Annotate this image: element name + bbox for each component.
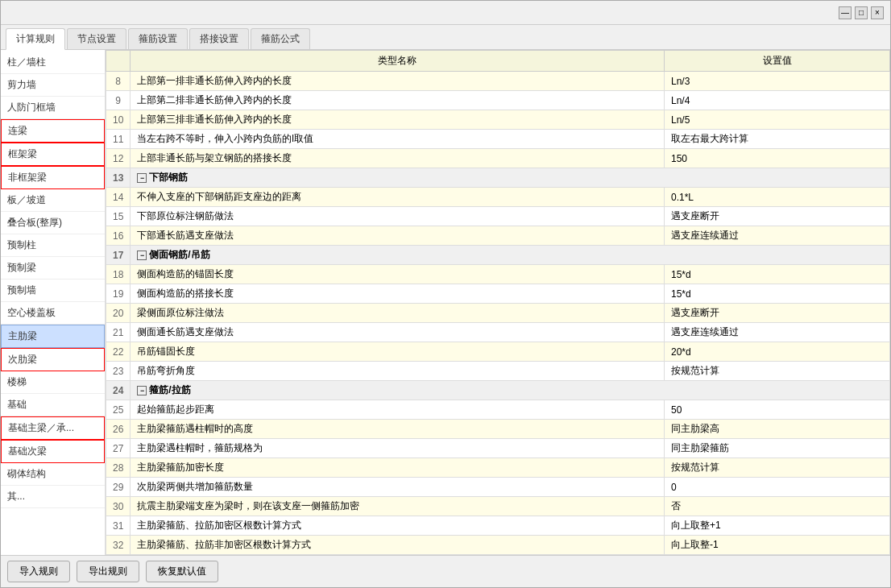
sidebar-item-剪力墙[interactable]: 剪力墙 <box>1 74 105 97</box>
row-value: 150 <box>665 149 890 168</box>
row-num: 26 <box>106 420 131 439</box>
table-row[interactable]: 28 主肋梁箍筋加密长度 按规范计算 <box>106 458 890 478</box>
title-bar: — □ × <box>1 1 890 25</box>
row-value: Ln/5 <box>665 110 890 130</box>
sidebar-item-板／坡道[interactable]: 板／坡道 <box>1 189 105 212</box>
sidebar-item-预制墙[interactable]: 预制墙 <box>1 280 105 302</box>
row-value: 向上取整-1 <box>665 536 890 555</box>
tab-节点设置[interactable]: 节点设置 <box>67 28 126 49</box>
main-table-area[interactable]: 类型名称 设置值 8 上部第一排非通长筋伸入跨内的长度 Ln/39 上部第二排非… <box>106 50 890 555</box>
row-name: 当左右跨不等时，伸入小跨内负筋的l取值 <box>131 130 665 149</box>
col-num-header <box>106 51 131 72</box>
row-num: 13 <box>106 168 131 188</box>
row-value: 向上取整+1 <box>665 516 890 536</box>
table-row[interactable]: 23 吊筋弯折角度 按规范计算 <box>106 362 890 381</box>
footer-btn-导出规则[interactable]: 导出规则 <box>77 561 139 582</box>
row-num: 22 <box>106 342 131 362</box>
row-num: 31 <box>106 516 131 536</box>
tab-搭接设置[interactable]: 搭接设置 <box>189 28 249 49</box>
row-num: 9 <box>106 91 131 110</box>
row-value: Ln/3 <box>665 72 890 91</box>
table-row[interactable]: 11 当左右跨不等时，伸入小跨内负筋的l取值 取左右最大跨计算 <box>106 130 890 149</box>
minimize-button[interactable]: — <box>839 6 852 19</box>
table-row[interactable]: 8 上部第一排非通长筋伸入跨内的长度 Ln/3 <box>106 72 890 91</box>
sidebar-item-砌体结构[interactable]: 砌体结构 <box>1 463 105 486</box>
collapse-icon[interactable]: － <box>137 251 147 260</box>
table-row[interactable]: 24 －箍筋/拉筋 <box>106 381 890 400</box>
row-value: 50 <box>665 400 890 420</box>
row-name: 下部通长筋遇支座做法 <box>131 226 665 246</box>
table-row[interactable]: 13 －下部钢筋 <box>106 168 890 188</box>
row-name: 侧面构造筋的锚固长度 <box>131 265 665 284</box>
row-value: 15*d <box>665 265 890 284</box>
row-value: 否 <box>665 497 890 516</box>
main-window: — □ × 计算规则节点设置箍筋设置搭接设置箍筋公式 柱／墙柱剪力墙人防门框墙连… <box>0 0 891 588</box>
table-row[interactable]: 18 侧面构造筋的锚固长度 15*d <box>106 265 890 284</box>
tab-bar: 计算规则节点设置箍筋设置搭接设置箍筋公式 <box>1 25 890 50</box>
table-row[interactable]: 10 上部第三排非通长筋伸入跨内的长度 Ln/5 <box>106 110 890 130</box>
row-value: 取左右最大跨计算 <box>665 130 890 149</box>
collapse-icon[interactable]: － <box>137 386 147 395</box>
sidebar-item-基础主梁／承...[interactable]: 基础主梁／承... <box>1 416 105 440</box>
col-value-header: 设置值 <box>665 51 890 72</box>
row-name: 吊筋锚固长度 <box>131 342 665 362</box>
sidebar-item-非框架梁[interactable]: 非框架梁 <box>1 166 105 189</box>
sidebar-item-空心楼盖板[interactable]: 空心楼盖板 <box>1 302 105 325</box>
footer-btn-导入规则[interactable]: 导入规则 <box>7 561 70 582</box>
row-num: 25 <box>106 400 131 420</box>
table-row[interactable]: 20 梁侧面原位标注做法 遇支座断开 <box>106 304 890 323</box>
table-row[interactable]: 30 抗震主肋梁端支座为梁时，则在该支座一侧箍筋加密 否 <box>106 497 890 516</box>
table-row[interactable]: 21 侧面通长筋遇支座做法 遇支座连续通过 <box>106 323 890 342</box>
sidebar-item-柱／墙柱[interactable]: 柱／墙柱 <box>1 52 105 74</box>
row-name: 上部第一排非通长筋伸入跨内的长度 <box>131 72 665 91</box>
sidebar-item-叠合板(整厚)[interactable]: 叠合板(整厚) <box>1 212 105 234</box>
close-button[interactable]: × <box>871 6 884 19</box>
footer-btn-恢复默认值[interactable]: 恢复默认值 <box>146 561 218 582</box>
collapse-icon[interactable]: － <box>137 173 147 183</box>
row-value: 遇支座断开 <box>665 207 890 226</box>
table-row[interactable]: 26 主肋梁箍筋遇柱帽时的高度 同主肋梁高 <box>106 420 890 439</box>
table-row[interactable]: 14 不伸入支座的下部钢筋距支座边的距离 0.1*L <box>106 188 890 207</box>
row-num: 12 <box>106 149 131 168</box>
tab-计算规则[interactable]: 计算规则 <box>6 28 65 50</box>
table-row[interactable]: 25 起始箍筋起步距离 50 <box>106 400 890 420</box>
row-num: 23 <box>106 362 131 381</box>
table-row[interactable]: 27 主肋梁遇柱帽时，箍筋规格为 同主肋梁箍筋 <box>106 439 890 458</box>
row-num: 27 <box>106 439 131 458</box>
maximize-button[interactable]: □ <box>855 6 868 19</box>
sidebar-item-主肋梁[interactable]: 主肋梁 <box>1 325 105 348</box>
row-name: 侧面通长筋遇支座做法 <box>131 323 665 342</box>
table-row[interactable]: 9 上部第二排非通长筋伸入跨内的长度 Ln/4 <box>106 91 890 110</box>
sidebar-item-框架梁[interactable]: 框架梁 <box>1 143 105 166</box>
table-row[interactable]: 17 －侧面钢筋/吊筋 <box>106 246 890 265</box>
sidebar-item-基础[interactable]: 基础 <box>1 394 105 416</box>
row-name: 主肋梁箍筋遇柱帽时的高度 <box>131 420 665 439</box>
sidebar-item-基础次梁[interactable]: 基础次梁 <box>1 440 105 463</box>
sidebar-item-连梁[interactable]: 连梁 <box>1 119 105 143</box>
row-num: 19 <box>106 284 131 304</box>
sidebar-item-预制柱[interactable]: 预制柱 <box>1 234 105 257</box>
table-row[interactable]: 31 主肋梁箍筋、拉筋加密区根数计算方式 向上取整+1 <box>106 516 890 536</box>
row-num: 17 <box>106 246 131 265</box>
sidebar-item-预制梁[interactable]: 预制梁 <box>1 257 105 280</box>
table-row[interactable]: 15 下部原位标注钢筋做法 遇支座断开 <box>106 207 890 226</box>
row-value: 按规范计算 <box>665 362 890 381</box>
table-row[interactable]: 16 下部通长筋遇支座做法 遇支座连续通过 <box>106 226 890 246</box>
sidebar-item-人防门框墙[interactable]: 人防门框墙 <box>1 97 105 119</box>
sidebar-item-次肋梁[interactable]: 次肋梁 <box>1 348 105 371</box>
tab-箍筋公式[interactable]: 箍筋公式 <box>251 28 310 49</box>
row-value: 遇支座连续通过 <box>665 226 890 246</box>
sidebar-item-楼梯[interactable]: 楼梯 <box>1 371 105 394</box>
table-row[interactable]: 19 侧面构造筋的搭接长度 15*d <box>106 284 890 304</box>
section-name: －箍筋/拉筋 <box>131 381 890 400</box>
row-num: 21 <box>106 323 131 342</box>
table-row[interactable]: 32 主肋梁箍筋、拉筋非加密区根数计算方式 向上取整-1 <box>106 536 890 555</box>
table-row[interactable]: 22 吊筋锚固长度 20*d <box>106 342 890 362</box>
tab-箍筋设置[interactable]: 箍筋设置 <box>128 28 188 49</box>
table-row[interactable]: 29 次肋梁两侧共增加箍筋数量 0 <box>106 478 890 497</box>
table-row[interactable]: 12 上部非通长筋与架立钢筋的搭接长度 150 <box>106 149 890 168</box>
row-name: 主肋梁箍筋、拉筋非加密区根数计算方式 <box>131 536 665 555</box>
row-num: 29 <box>106 478 131 497</box>
sidebar-item-其...[interactable]: 其... <box>1 486 105 508</box>
row-num: 14 <box>106 188 131 207</box>
